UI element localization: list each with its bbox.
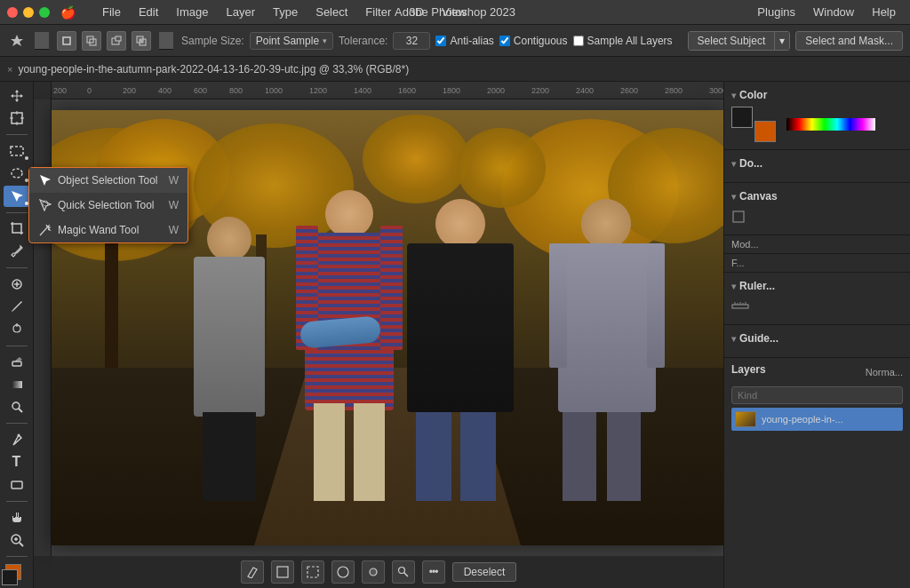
feather-btn[interactable] bbox=[331, 560, 355, 584]
normal-label: Norma... bbox=[866, 367, 903, 377]
select-subject-button[interactable]: Select Subject bbox=[689, 32, 775, 50]
tolerance-label: Tolerance: bbox=[339, 35, 387, 47]
canvas-header[interactable]: ▾ Canvas bbox=[731, 190, 903, 203]
svg-line-26 bbox=[20, 543, 23, 546]
rulers-header[interactable]: ▾ Ruler... bbox=[731, 280, 903, 292]
options-bar: Sample Size: Point Sample ▾ Tolerance: A… bbox=[0, 25, 910, 57]
pencil-tool-btn[interactable] bbox=[241, 560, 264, 584]
brush-tool-btn[interactable] bbox=[4, 296, 30, 317]
heal-tool-btn[interactable] bbox=[4, 274, 30, 295]
artboard-tool-btn[interactable] bbox=[4, 108, 30, 130]
select-and-mask-button[interactable]: Select and Mask... bbox=[795, 31, 903, 51]
canvas-area: 200 0 200 400 600 800 1000 1200 1400 160… bbox=[34, 82, 723, 588]
color-panel: ▾ Color bbox=[724, 82, 910, 150]
eraser-tool-btn[interactable] bbox=[4, 351, 30, 372]
f-section: F... bbox=[724, 254, 910, 273]
ruler-icon-area bbox=[731, 298, 903, 317]
magic-wand-flyout-item[interactable]: Magic Wand Tool W bbox=[29, 218, 188, 242]
foreground-color-swatch[interactable] bbox=[2, 569, 18, 585]
magic-wand-flyout-icon bbox=[38, 223, 52, 237]
anti-alias-checkbox[interactable] bbox=[435, 36, 446, 46]
select-rect-btn[interactable] bbox=[301, 560, 324, 584]
dodge-tool-btn[interactable] bbox=[4, 397, 30, 418]
zoom-tool-btn[interactable] bbox=[4, 529, 30, 551]
more-options-btn[interactable]: ••• bbox=[422, 560, 445, 584]
move-tool-btn[interactable] bbox=[4, 85, 30, 107]
svg-rect-8 bbox=[140, 39, 143, 43]
color-panel-header[interactable]: ▾ Color bbox=[731, 89, 903, 101]
mode-intersect-btn[interactable] bbox=[132, 31, 151, 51]
crop-tool-btn[interactable] bbox=[4, 219, 30, 240]
maximize-button[interactable] bbox=[39, 7, 50, 18]
layer-item-0[interactable]: young-people-in-... bbox=[731, 408, 903, 431]
mode-new-btn[interactable] bbox=[57, 31, 76, 51]
properties-title: Do... bbox=[739, 157, 762, 170]
menu-window[interactable]: Window bbox=[806, 4, 861, 20]
guides-arrow-icon: ▾ bbox=[731, 334, 736, 344]
bg-color-swatch[interactable] bbox=[754, 121, 776, 142]
mode-add-btn[interactable] bbox=[82, 31, 101, 51]
color-swatches[interactable] bbox=[2, 564, 32, 588]
shape-tool-btn[interactable] bbox=[4, 474, 30, 496]
sample-all-checkbox[interactable] bbox=[573, 36, 584, 46]
window-title: Adobe Photoshop 2023 bbox=[395, 5, 515, 19]
clone-tool-btn[interactable] bbox=[4, 319, 30, 340]
object-selection-tool-btn[interactable] bbox=[4, 186, 30, 207]
menu-select[interactable]: Select bbox=[308, 4, 355, 20]
rulers-title: Ruler... bbox=[739, 280, 775, 292]
color-spectrum[interactable] bbox=[786, 118, 875, 131]
properties-header[interactable]: ▾ Do... bbox=[731, 157, 903, 170]
rulers-arrow-icon: ▾ bbox=[731, 282, 736, 291]
eyedropper-tool-btn[interactable] bbox=[4, 241, 30, 262]
guides-title: Guide... bbox=[739, 332, 778, 345]
menu-plugins[interactable]: Plugins bbox=[750, 4, 802, 20]
fg-color-swatch[interactable] bbox=[731, 107, 753, 128]
toolbar-sep-5 bbox=[6, 423, 28, 424]
svg-point-34 bbox=[398, 568, 404, 574]
rulers-panel: ▾ Ruler... bbox=[724, 273, 910, 325]
quick-selection-flyout-item[interactable]: Quick Selection Tool W bbox=[29, 193, 188, 218]
text-tool-btn[interactable]: T bbox=[4, 452, 30, 473]
minimize-button[interactable] bbox=[23, 7, 34, 18]
marquee-tool-btn[interactable] bbox=[4, 140, 30, 162]
lasso-tool-btn[interactable] bbox=[4, 163, 30, 185]
contiguous-checkbox[interactable] bbox=[499, 36, 510, 46]
tab-close-button[interactable]: × bbox=[7, 64, 12, 75]
deselect-button[interactable]: Deselect bbox=[452, 562, 517, 582]
apple-logo-icon[interactable]: 🍎 bbox=[60, 5, 76, 20]
tolerance-input[interactable] bbox=[393, 32, 430, 50]
contiguous-label: Contiguous bbox=[514, 35, 568, 47]
svg-rect-4 bbox=[116, 36, 121, 41]
separator-1 bbox=[35, 32, 49, 50]
layers-panel: Layers Norma... young-people-in-... bbox=[724, 358, 910, 588]
menu-type[interactable]: Type bbox=[266, 4, 305, 20]
pen-tool-btn[interactable] bbox=[4, 429, 30, 450]
refine-edge-btn[interactable] bbox=[362, 560, 385, 584]
select-subject-dropdown[interactable]: ▾ bbox=[774, 32, 789, 50]
menu-filter[interactable]: Filter bbox=[358, 4, 398, 20]
menu-image[interactable]: Image bbox=[169, 4, 215, 20]
layer-thumbnail bbox=[735, 411, 756, 427]
toolbar-sep-6 bbox=[6, 501, 28, 502]
gradient-tool-btn[interactable] bbox=[4, 374, 30, 395]
mode-subtract-btn[interactable] bbox=[107, 31, 126, 51]
contiguous-group: Contiguous bbox=[499, 35, 568, 47]
sample-size-dropdown[interactable]: Point Sample ▾ bbox=[250, 32, 333, 50]
layers-kind-search[interactable] bbox=[731, 386, 903, 404]
tool-options-icon[interactable] bbox=[7, 31, 27, 51]
menu-layer[interactable]: Layer bbox=[220, 4, 263, 20]
menu-file[interactable]: File bbox=[95, 4, 128, 20]
canvas-icon bbox=[731, 208, 903, 227]
guides-header[interactable]: ▾ Guide... bbox=[731, 332, 903, 345]
menu-help[interactable]: Help bbox=[865, 4, 903, 20]
layer-name: young-people-in-... bbox=[762, 414, 843, 425]
magic-btn[interactable] bbox=[392, 560, 415, 584]
object-selection-flyout-item[interactable]: Object Selection Tool W bbox=[29, 168, 188, 193]
guides-panel: ▾ Guide... bbox=[724, 325, 910, 358]
toolbar-sep-2 bbox=[6, 212, 28, 213]
hand-tool-btn[interactable] bbox=[4, 507, 30, 528]
menu-edit[interactable]: Edit bbox=[132, 4, 165, 20]
add-anchor-btn[interactable] bbox=[271, 560, 294, 584]
close-button[interactable] bbox=[7, 7, 18, 18]
svg-point-15 bbox=[12, 169, 22, 178]
